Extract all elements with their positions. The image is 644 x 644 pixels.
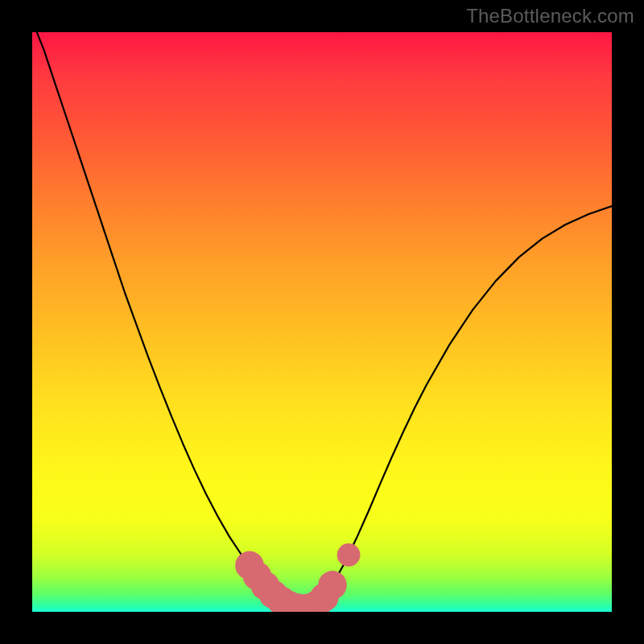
bottleneck-curve bbox=[32, 32, 612, 609]
plot-area bbox=[32, 32, 612, 612]
marker-group bbox=[235, 543, 360, 612]
chart-frame: TheBottleneck.com bbox=[0, 0, 644, 644]
marker-dot bbox=[337, 543, 361, 567]
curve-layer bbox=[32, 32, 612, 612]
watermark-text: TheBottleneck.com bbox=[466, 5, 634, 27]
marker-dot bbox=[318, 571, 347, 600]
